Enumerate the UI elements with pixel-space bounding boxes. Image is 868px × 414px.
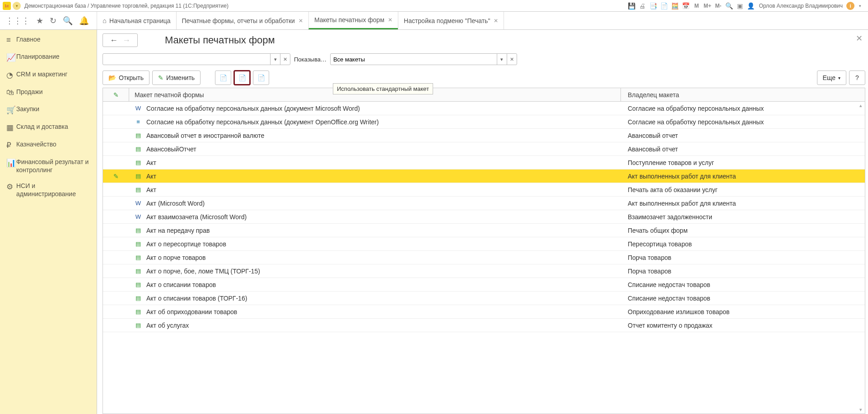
row-owner-cell: Авансовый отчет xyxy=(621,129,865,142)
nav-forward-button[interactable]: → xyxy=(122,36,131,45)
use-modified-template-button[interactable]: 📄 xyxy=(215,71,231,85)
history-icon[interactable]: ↻ xyxy=(50,16,56,26)
edit-button[interactable]: ✎ Изменить xyxy=(152,71,201,85)
table-row[interactable]: ▤ Акт о списании товаров Списание недост… xyxy=(103,278,865,292)
delete-modified-template-button[interactable]: 📄 xyxy=(253,71,269,85)
table-row[interactable]: ▤ АвансовыйОтчет Авансовый отчет xyxy=(103,142,865,156)
sidebar-item-label: Продажи xyxy=(16,88,42,96)
button-label: Открыть xyxy=(119,74,144,81)
show-label: Показыва… xyxy=(294,56,327,63)
show-filter-field[interactable]: ▾ ✕ xyxy=(330,53,517,65)
table-body[interactable]: ▴▾ W Согласие на обработку персональных … xyxy=(103,102,865,414)
table-row[interactable]: W Акт взаимозачета (Microsoft Word) Взаи… xyxy=(103,210,865,224)
memory-mminus-button[interactable]: M- xyxy=(714,1,723,10)
memory-mplus-button[interactable]: M+ xyxy=(703,1,712,10)
info-icon[interactable]: i xyxy=(846,2,854,10)
row-name-cell: W Акт взаимозачета (Microsoft Word) xyxy=(129,210,621,223)
sidebar-item[interactable]: ◔CRM и маркетинг xyxy=(0,66,97,84)
search-field[interactable]: ▾ ✕ xyxy=(103,53,290,65)
close-icon[interactable]: ✕ xyxy=(388,17,392,23)
more-button[interactable]: Еще ▾ xyxy=(817,71,847,85)
clear-button[interactable]: ✕ xyxy=(280,54,290,65)
table-row[interactable]: W Акт (Microsoft Word) Акт выполненных р… xyxy=(103,197,865,210)
zoom-icon[interactable]: 🔍 xyxy=(724,1,733,10)
clear-button[interactable]: ✕ xyxy=(507,54,517,65)
close-icon[interactable]: ✕ xyxy=(494,18,498,24)
table-row[interactable]: W Согласие на обработку персональных дан… xyxy=(103,102,865,115)
star-icon[interactable]: ★ xyxy=(36,16,43,26)
use-standard-template-button[interactable]: 📄 xyxy=(234,71,250,85)
sidebar-item[interactable]: ▦Склад и доставка xyxy=(0,119,97,136)
row-status-cell: ✎ xyxy=(103,169,129,183)
row-name-text: Согласие на обработку персональных данны… xyxy=(146,105,360,112)
row-owner-cell: Акт выполненных работ для клиента xyxy=(621,197,865,210)
filter-row: ▾ ✕ Показыва… ▾ ✕ xyxy=(103,53,865,65)
save-icon[interactable]: 💾 xyxy=(627,1,636,10)
doc-type-icon: ▤ xyxy=(135,132,142,139)
sidebar-item[interactable]: ₽Казначейство xyxy=(0,136,97,154)
table-row[interactable]: ▤ Акт Печать акта об оказании услуг xyxy=(103,183,865,197)
user-name[interactable]: Орлов Александр Владимирович xyxy=(759,3,843,9)
table-row[interactable]: ▤ Акт о пересортице товаров Пересортица … xyxy=(103,237,865,251)
table-row[interactable]: ▤ Акт об услугах Отчет комитенту о прода… xyxy=(103,319,865,332)
tab-templates[interactable]: Макеты печатных форм ✕ xyxy=(308,12,398,29)
dropdown-button[interactable]: ▾ xyxy=(497,54,507,65)
memory-m-button[interactable]: M xyxy=(692,1,701,10)
tab-print-forms[interactable]: Печатные формы, отчеты и обработки ✕ xyxy=(176,12,309,29)
table-row[interactable]: ▤ Акт об оприходовании товаров Оприходов… xyxy=(103,305,865,319)
dropdown-button[interactable]: ▾ xyxy=(270,54,280,65)
sidebar-item-label: Склад и доставка xyxy=(16,123,68,131)
row-status-cell xyxy=(103,292,129,305)
doc-type-icon: ▤ xyxy=(135,281,142,288)
row-owner-cell: Порча товаров xyxy=(621,264,865,278)
table-row[interactable]: ▤ Акт о порче, бое, ломе ТМЦ (ТОРГ-15) П… xyxy=(103,264,865,278)
col-owner-header[interactable]: Владелец макета xyxy=(621,88,865,101)
table-row[interactable]: ▤ Акт о порче товаров Порча товаров xyxy=(103,251,865,264)
calculator-icon[interactable]: 🧮 xyxy=(670,1,679,10)
sidebar-item[interactable]: ⚙НСИ и администрирование xyxy=(0,178,97,202)
row-status-cell xyxy=(103,319,129,332)
sidebar-item[interactable]: 🛒Закупки xyxy=(0,101,97,119)
bell-icon[interactable]: 🔔 xyxy=(79,16,89,26)
nav-back-button[interactable]: ← xyxy=(110,36,118,45)
row-name-text: Акт xyxy=(146,159,156,166)
print-icon[interactable]: 🖨 xyxy=(638,1,647,10)
row-status-cell xyxy=(103,115,129,128)
template-modified-icon: 📄 xyxy=(219,74,227,81)
sidebar-icon: ◔ xyxy=(6,71,16,80)
row-owner-cell: Акт выполненных работ для клиента xyxy=(621,169,865,183)
doc-type-icon: ▤ xyxy=(135,240,142,248)
app-menu-dropdown[interactable]: ▾ xyxy=(13,2,21,10)
help-button[interactable]: ? xyxy=(849,71,865,85)
table-row[interactable]: ≡ Согласие на обработку персональных дан… xyxy=(103,115,865,129)
tab-print-menu-setup[interactable]: Настройка подменю "Печать" ✕ xyxy=(398,12,504,29)
table-row[interactable]: ▤ Акт о списании товаров (ТОРГ-16) Списа… xyxy=(103,292,865,305)
close-icon[interactable]: ✕ xyxy=(299,18,303,24)
info-dropdown[interactable]: ▾ xyxy=(855,1,864,10)
calendar-icon[interactable]: 📅 xyxy=(681,1,690,10)
close-page-button[interactable]: ✕ xyxy=(856,33,863,43)
table-row[interactable]: ▤ Авансовый отчет в иностранной валюте А… xyxy=(103,129,865,142)
row-name-cell: ▤ Акт xyxy=(129,156,621,169)
tab-home[interactable]: ⌂ Начальная страница xyxy=(97,12,177,29)
row-status-cell xyxy=(103,305,129,318)
preview-icon[interactable]: 📄 xyxy=(659,1,668,10)
sidebar-item[interactable]: ≡Главное xyxy=(0,32,97,49)
row-name-text: Акт (Microsoft Word) xyxy=(146,200,205,207)
open-button[interactable]: 📂 Открыть xyxy=(103,71,149,85)
table-row[interactable]: ▤ Акт Поступление товаров и услуг xyxy=(103,156,865,169)
table-row[interactable]: ▤ Акт на передачу прав Печать общих форм xyxy=(103,224,865,237)
row-name-text: Авансовый отчет в иностранной валюте xyxy=(146,132,264,139)
search-input[interactable] xyxy=(103,56,270,63)
search-icon[interactable]: 🔍 xyxy=(63,16,73,26)
sidebar-item[interactable]: 📊Финансовый результат и контроллинг xyxy=(0,154,97,178)
doc-type-icon: W xyxy=(135,200,142,207)
col-status-header[interactable]: ✎ xyxy=(103,88,129,101)
apps-icon[interactable]: ⋮⋮⋮ xyxy=(5,16,30,26)
panel-icon[interactable]: ▣ xyxy=(735,1,744,10)
sidebar-item[interactable]: 📈Планирование xyxy=(0,49,97,66)
table-row[interactable]: ✎ ▤ Акт Акт выполненных работ для клиент… xyxy=(103,169,865,183)
show-filter-input[interactable] xyxy=(331,56,497,63)
compare-icon[interactable]: 📑 xyxy=(649,1,658,10)
sidebar-item[interactable]: 🛍Продажи xyxy=(0,84,97,101)
